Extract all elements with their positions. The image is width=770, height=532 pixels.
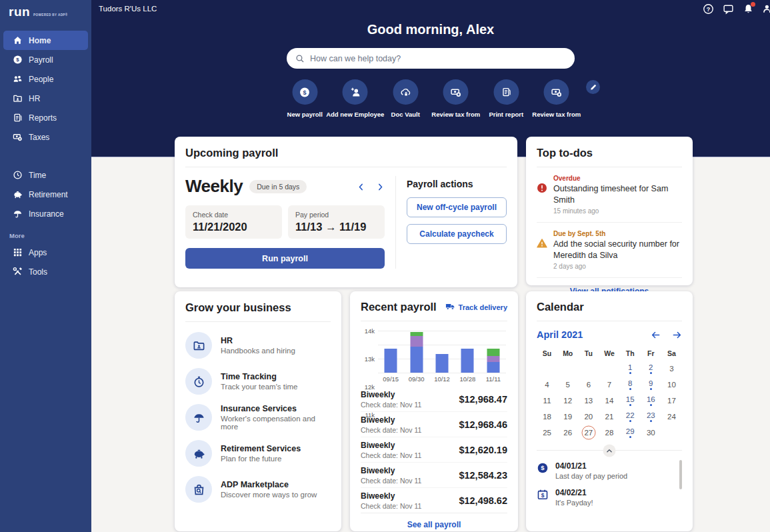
chevron-left-icon[interactable] — [357, 182, 365, 191]
calendar-day-26[interactable]: 26 — [557, 425, 578, 441]
sidebar-item-reports[interactable]: Reports — [3, 108, 88, 127]
payroll-row[interactable]: BiweeklyCheck date: Nov 11$12,584.23 — [361, 463, 507, 488]
quick-action-label: Print report — [489, 111, 523, 118]
help-icon[interactable]: ? — [703, 3, 714, 15]
payroll-row[interactable]: BiweeklyCheck date: Nov 11$12,968.46 — [361, 412, 507, 437]
calendar-day-19[interactable]: 19 — [557, 409, 578, 425]
chevron-right-icon[interactable] — [376, 182, 385, 191]
calendar-day-5[interactable]: 5 — [557, 377, 578, 393]
todo-item[interactable]: OverdueOutstanding timesheet for Sam Smi… — [537, 167, 682, 223]
calendar-day-22[interactable]: 22 — [620, 409, 641, 425]
help-search-bar[interactable] — [287, 48, 575, 69]
calendar-day-11[interactable]: 11 — [537, 393, 557, 409]
payroll-amount: $12,620.19 — [459, 445, 507, 455]
bell-icon[interactable] — [743, 3, 754, 15]
payroll-row[interactable]: BiweeklyCheck date: Nov 11$12,620.19 — [361, 437, 507, 463]
payroll-row[interactable]: BiweeklyCheck date: Nov 11$12,498.62 — [361, 488, 507, 513]
payroll-check-date: Check date: Nov 11 — [361, 502, 421, 510]
calendar-day-8[interactable]: 8 — [620, 377, 641, 393]
calendar-event[interactable]: $04/02/21It's Payday! — [537, 484, 677, 511]
sidebar-item-apps[interactable]: Apps — [3, 243, 88, 262]
collapse-chevron-up-button[interactable] — [603, 444, 616, 457]
quick-action-print-report[interactable]: Print report — [481, 79, 532, 118]
run-payroll-button[interactable]: Run payroll — [185, 248, 385, 269]
divider — [537, 321, 682, 321]
check-date-box: Check date 11/21/2020 — [185, 205, 282, 239]
person-gear-icon[interactable] — [763, 3, 770, 15]
calendar-day-1[interactable]: 1 — [620, 361, 641, 377]
sidebar-item-time[interactable]: Time — [3, 165, 88, 185]
grow-item-retirement-services[interactable]: Retirement ServicesPlan for the future — [185, 435, 331, 471]
calendar-day-7[interactable]: 7 — [599, 377, 619, 393]
stopwatch-icon — [185, 368, 212, 395]
calendar-day-25[interactable]: 25 — [537, 425, 557, 441]
sidebar-item-taxes[interactable]: Taxes — [3, 127, 88, 147]
calendar-day-15[interactable]: 15 — [620, 393, 641, 409]
calendar-day-3[interactable]: 3 — [661, 361, 682, 377]
sidebar-item-hr[interactable]: HR — [3, 89, 88, 108]
calendar-day-23[interactable]: 23 — [641, 409, 661, 425]
sidebar-item-retirement[interactable]: Retirement — [3, 185, 88, 204]
sidebar-item-insurance[interactable]: Insurance — [3, 204, 88, 223]
next-month-arrow-icon[interactable] — [672, 330, 682, 340]
chat-icon[interactable] — [723, 3, 734, 15]
track-delivery-label: Track delivery — [459, 303, 507, 311]
calendar-day-12[interactable]: 12 — [557, 393, 578, 409]
quick-action-add-new-employee[interactable]: Add new Employee — [330, 79, 381, 118]
payroll-row[interactable]: BiweeklyCheck date: Nov 11$12,968.47 — [361, 387, 507, 412]
calendar-day-4[interactable]: 4 — [537, 377, 557, 393]
calendar-month-year: April 2021 — [537, 329, 583, 340]
calendar-day-16[interactable]: 16 — [641, 393, 661, 409]
calendar-day-9[interactable]: 9 — [641, 377, 661, 393]
calendar-day-29[interactable]: 29 — [620, 425, 641, 441]
hr-folder-icon — [185, 332, 212, 359]
sidebar-item-people[interactable]: People — [3, 69, 88, 89]
sidebar-item-label: Payroll — [29, 55, 53, 65]
calendar-day-17[interactable]: 17 — [661, 393, 682, 409]
calendar-day-30[interactable]: 30 — [641, 425, 661, 441]
quick-action-new-payroll[interactable]: $New payroll — [280, 79, 331, 118]
quick-action-doc-vault[interactable]: Doc Vault — [381, 79, 431, 118]
calendar-day-2[interactable]: 2 — [641, 361, 661, 377]
calendar-day-21[interactable]: 21 — [599, 409, 619, 425]
company-name: Tudors R'Us LLC — [99, 5, 157, 13]
calendar-day-14[interactable]: 14 — [599, 393, 619, 409]
events-scrollbar[interactable] — [679, 460, 682, 489]
due-badge: Due in 5 days — [249, 180, 307, 193]
calendar-day-10[interactable]: 10 — [661, 377, 682, 393]
sidebar-item-payroll[interactable]: $Payroll — [3, 50, 88, 69]
calendar-day-header: Sa — [661, 346, 682, 361]
grow-item-time-tracking[interactable]: Time TrackingTrack your team's time — [185, 363, 331, 399]
grow-item-insurance-services[interactable]: Insurance ServicesWorker's compensation … — [185, 399, 331, 435]
sidebar-item-tools[interactable]: Tools — [3, 262, 88, 281]
edit-shortcuts-button[interactable] — [586, 80, 600, 94]
calendar-day-28[interactable]: 28 — [599, 425, 619, 441]
quick-action-review-tax-from[interactable]: Review tax from — [431, 79, 481, 118]
grow-item-subtitle: Plan for the future — [221, 455, 301, 463]
prev-month-arrow-icon[interactable] — [651, 330, 661, 340]
piggy-bank-icon — [13, 189, 23, 199]
track-delivery-link[interactable]: Track delivery — [445, 301, 507, 313]
grow-item-subtitle: Track your team's time — [221, 383, 298, 391]
sidebar-item-label: Reports — [29, 113, 57, 123]
chart-bar-segment — [410, 332, 423, 336]
todo-item[interactable]: Due by Sept. 5thAdd the social security … — [537, 223, 682, 278]
new-off-cycle-payroll-button[interactable]: New off-cycle payroll — [407, 197, 507, 217]
calendar-day-18[interactable]: 18 — [537, 409, 557, 425]
calendar-day-24[interactable]: 24 — [661, 409, 682, 425]
calendar-event[interactable]: $04/01/21Last day of pay period — [537, 457, 677, 484]
calendar-day-27[interactable]: 27 — [578, 425, 599, 441]
event-text: It's Payday! — [555, 499, 593, 507]
grow-item-adp-marketplace[interactable]: ADP MarketplaceDiscover more ways to gro… — [185, 471, 331, 507]
quick-action-review-tax-from[interactable]: Review tax from — [531, 79, 582, 118]
payroll-actions-title: Payroll actions — [407, 179, 507, 189]
see-all-payroll-link[interactable]: See all payroll — [361, 520, 507, 529]
search-input[interactable] — [310, 54, 566, 63]
calculate-paycheck-button[interactable]: Calculate paycheck — [407, 224, 507, 244]
sidebar-item-home[interactable]: Home — [3, 31, 88, 50]
calendar-day-13[interactable]: 13 — [578, 393, 599, 409]
calendar-day-6[interactable]: 6 — [578, 377, 599, 393]
calendar-day-20[interactable]: 20 — [578, 409, 599, 425]
grow-item-hr[interactable]: HRHandbooks and hiring — [185, 327, 331, 363]
calendar-day-header: We — [599, 346, 619, 361]
